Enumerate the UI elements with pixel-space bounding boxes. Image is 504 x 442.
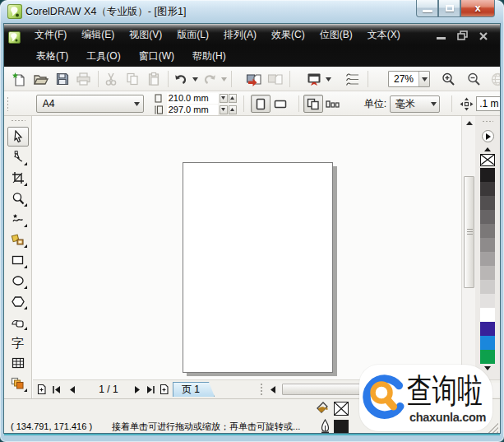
swatch-90%-black[interactable] [480,182,495,196]
nudge-offset-field[interactable]: .1 m [476,96,500,111]
add-page-button[interactable] [35,383,49,397]
scroll-left-button[interactable] [266,383,280,397]
page-tab[interactable]: 页 1 [173,382,215,397]
paste-button[interactable] [144,70,163,88]
add-page-end-button[interactable] [157,383,170,397]
previous-page-button[interactable] [65,383,79,397]
save-button[interactable] [53,70,72,88]
first-page-button[interactable] [49,383,63,397]
undo-dropdown[interactable] [192,70,198,88]
polygon-tool[interactable] [7,291,29,311]
palette-scroll-down[interactable] [484,366,491,370]
blend-tool[interactable] [7,374,29,393]
cut-button[interactable] [101,70,120,88]
hscroll-grip[interactable] [260,383,263,396]
units-combo[interactable]: 毫米 [390,95,440,113]
landscape-button[interactable] [270,95,290,113]
swatch-70%-black[interactable] [480,210,495,224]
vertical-scrollbar[interactable] [461,116,475,379]
welcome-screen-button[interactable] [343,70,362,88]
application-launcher-button[interactable] [304,70,323,88]
paper-width-spin-down[interactable] [220,94,228,103]
minimize-button[interactable] [416,0,438,17]
swatch-60%-black[interactable] [480,224,495,238]
mdi-close-button[interactable] [479,30,492,40]
rectangle-tool[interactable] [7,250,29,270]
freehand-tool[interactable] [7,209,29,229]
swatch-blue[interactable] [480,322,495,336]
portrait-button[interactable] [251,95,270,113]
menu-item[interactable]: 编辑(E) [74,26,122,44]
swatch-50%-black[interactable] [480,238,495,252]
undo-button[interactable] [171,70,190,88]
corel-online-button[interactable] [488,70,501,88]
paper-width-field[interactable]: 210.0 mm [167,93,218,104]
palette-flyout-button[interactable] [482,130,494,142]
property-bar-grip[interactable] [7,96,9,111]
close-button[interactable]: x [460,0,495,17]
document-icon[interactable] [8,31,21,44]
basic-shapes-tool[interactable] [7,312,29,332]
zoom-combo-arrow[interactable] [418,72,429,86]
swatch-80%-black[interactable] [480,196,495,210]
paper-height-field[interactable]: 297.0 mm [167,105,218,115]
smart-fill-tool[interactable] [7,230,29,249]
titlebar[interactable]: CorelDRAW X4（专业版）- [图形1] x [0,0,504,23]
all-pages-button[interactable] [303,95,323,113]
palette-grip[interactable] [482,120,493,123]
zoom-tool[interactable] [7,188,29,208]
swatch-no-color[interactable] [480,154,495,166]
paper-height-spin-down[interactable] [220,105,228,114]
menu-item[interactable]: 视图(V) [122,26,169,44]
text-tool[interactable]: 字 [7,333,29,352]
new-document-button[interactable] [10,70,29,88]
application-launcher-dropdown[interactable] [326,70,331,88]
pick-tool[interactable] [7,127,29,147]
zoom-level-combo[interactable]: 27% [388,71,430,87]
single-page-button[interactable] [323,95,343,113]
swatch-black[interactable] [480,168,495,182]
redo-dropdown[interactable] [221,70,227,88]
fill-color-swatch[interactable] [334,402,349,416]
last-page-button[interactable] [144,383,157,397]
zoom-in-button[interactable] [439,70,458,88]
swatch-green[interactable] [480,350,495,364]
paper-size-combo[interactable]: A4 [36,95,144,113]
canvas[interactable] [33,116,461,379]
toolbox-grip[interactable] [11,119,25,122]
menu-item[interactable]: 帮助(H) [183,47,235,65]
scroll-up-button[interactable] [462,116,476,129]
menu-item[interactable]: 文本(X) [360,26,408,44]
swatch-10%-black[interactable] [480,294,495,308]
export-button[interactable] [266,70,284,88]
resize-grip[interactable] [488,423,498,433]
menu-item[interactable]: 工具(O) [77,47,129,65]
crop-tool[interactable] [7,168,29,188]
swatch-20%-black[interactable] [480,280,495,294]
copy-button[interactable] [123,70,141,88]
menu-item[interactable]: 排列(A) [216,26,264,44]
import-button[interactable] [244,70,263,88]
ellipse-tool[interactable] [7,271,29,291]
drawing-page[interactable] [183,162,333,373]
swatch-40%-black[interactable] [480,252,495,266]
mdi-minimize-button[interactable] [436,30,449,40]
zoom-out-button[interactable] [465,70,483,88]
swatch-30%-black[interactable] [480,266,495,280]
menu-item[interactable]: 版面(L) [169,26,216,44]
redo-button[interactable] [200,70,219,88]
maximize-button[interactable] [438,0,460,17]
paper-width-spin-up[interactable] [229,94,237,103]
swatch-white[interactable] [480,308,495,322]
print-button[interactable] [74,70,93,88]
outline-color-swatch[interactable] [334,420,349,434]
menu-item[interactable]: 效果(C) [264,26,312,44]
table-tool[interactable] [7,353,29,373]
menu-item[interactable]: 窗口(W) [130,47,183,65]
palette-scroll-up[interactable] [484,147,491,151]
swatch-cyan[interactable] [480,336,495,350]
menu-item[interactable]: 文件(F) [27,26,74,44]
menu-item[interactable]: 表格(T) [27,47,77,65]
open-button[interactable] [31,70,50,88]
paper-height-spin-up[interactable] [229,105,237,114]
